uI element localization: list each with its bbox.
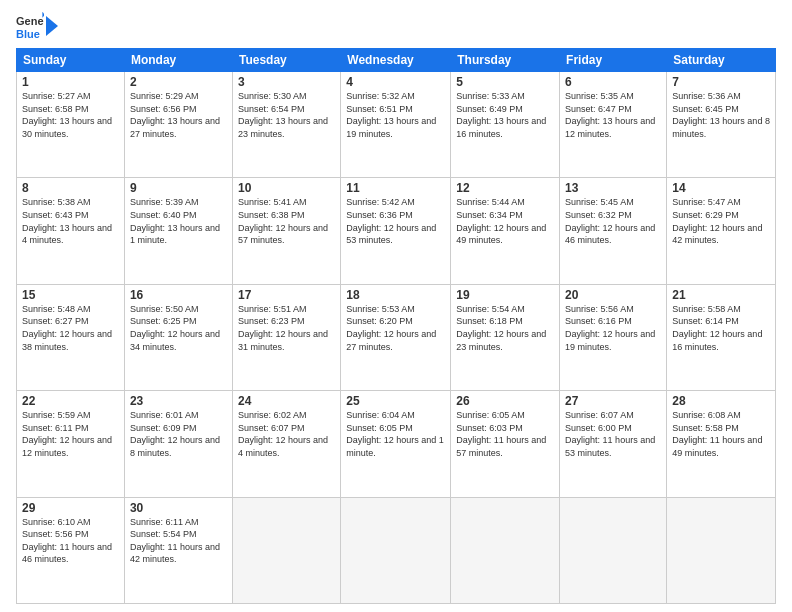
day-info: Sunrise: 5:51 AM Sunset: 6:23 PM Dayligh… (238, 303, 335, 353)
day-number: 3 (238, 75, 335, 89)
cell-w1-d2: 3 Sunrise: 5:30 AM Sunset: 6:54 PM Dayli… (232, 72, 340, 178)
day-number: 4 (346, 75, 445, 89)
day-number: 11 (346, 181, 445, 195)
col-header-sunday: Sunday (17, 49, 125, 72)
week-row-4: 22 Sunrise: 5:59 AM Sunset: 6:11 PM Dayl… (17, 391, 776, 497)
day-number: 23 (130, 394, 227, 408)
day-number: 17 (238, 288, 335, 302)
day-number: 13 (565, 181, 661, 195)
cell-w5-d6 (667, 497, 776, 603)
cell-w4-d6: 28 Sunrise: 6:08 AM Sunset: 5:58 PM Dayl… (667, 391, 776, 497)
col-header-tuesday: Tuesday (232, 49, 340, 72)
day-info: Sunrise: 5:54 AM Sunset: 6:18 PM Dayligh… (456, 303, 554, 353)
svg-text:Blue: Blue (16, 28, 40, 40)
day-number: 26 (456, 394, 554, 408)
day-info: Sunrise: 5:33 AM Sunset: 6:49 PM Dayligh… (456, 90, 554, 140)
day-number: 5 (456, 75, 554, 89)
cell-w5-d5 (560, 497, 667, 603)
cell-w5-d2 (232, 497, 340, 603)
day-number: 7 (672, 75, 770, 89)
day-info: Sunrise: 6:04 AM Sunset: 6:05 PM Dayligh… (346, 409, 445, 459)
cell-w5-d1: 30 Sunrise: 6:11 AM Sunset: 5:54 PM Dayl… (124, 497, 232, 603)
cell-w4-d1: 23 Sunrise: 6:01 AM Sunset: 6:09 PM Dayl… (124, 391, 232, 497)
day-info: Sunrise: 6:10 AM Sunset: 5:56 PM Dayligh… (22, 516, 119, 566)
day-number: 1 (22, 75, 119, 89)
day-number: 10 (238, 181, 335, 195)
cell-w2-d3: 11 Sunrise: 5:42 AM Sunset: 6:36 PM Dayl… (341, 178, 451, 284)
day-info: Sunrise: 5:45 AM Sunset: 6:32 PM Dayligh… (565, 196, 661, 246)
day-info: Sunrise: 5:56 AM Sunset: 6:16 PM Dayligh… (565, 303, 661, 353)
week-row-5: 29 Sunrise: 6:10 AM Sunset: 5:56 PM Dayl… (17, 497, 776, 603)
svg-marker-4 (46, 16, 58, 36)
logo-svg: General Blue (16, 12, 44, 40)
day-info: Sunrise: 5:47 AM Sunset: 6:29 PM Dayligh… (672, 196, 770, 246)
cell-w4-d0: 22 Sunrise: 5:59 AM Sunset: 6:11 PM Dayl… (17, 391, 125, 497)
day-number: 27 (565, 394, 661, 408)
cell-w3-d6: 21 Sunrise: 5:58 AM Sunset: 6:14 PM Dayl… (667, 284, 776, 390)
cell-w3-d5: 20 Sunrise: 5:56 AM Sunset: 6:16 PM Dayl… (560, 284, 667, 390)
day-number: 20 (565, 288, 661, 302)
logo: General Blue (16, 12, 60, 40)
cell-w4-d3: 25 Sunrise: 6:04 AM Sunset: 6:05 PM Dayl… (341, 391, 451, 497)
day-info: Sunrise: 5:58 AM Sunset: 6:14 PM Dayligh… (672, 303, 770, 353)
day-info: Sunrise: 5:41 AM Sunset: 6:38 PM Dayligh… (238, 196, 335, 246)
day-number: 21 (672, 288, 770, 302)
cell-w5-d0: 29 Sunrise: 6:10 AM Sunset: 5:56 PM Dayl… (17, 497, 125, 603)
calendar: SundayMondayTuesdayWednesdayThursdayFrid… (16, 48, 776, 604)
cell-w3-d1: 16 Sunrise: 5:50 AM Sunset: 6:25 PM Dayl… (124, 284, 232, 390)
cell-w5-d4 (451, 497, 560, 603)
day-info: Sunrise: 5:38 AM Sunset: 6:43 PM Dayligh… (22, 196, 119, 246)
col-header-thursday: Thursday (451, 49, 560, 72)
day-info: Sunrise: 6:11 AM Sunset: 5:54 PM Dayligh… (130, 516, 227, 566)
cell-w2-d2: 10 Sunrise: 5:41 AM Sunset: 6:38 PM Dayl… (232, 178, 340, 284)
day-info: Sunrise: 6:08 AM Sunset: 5:58 PM Dayligh… (672, 409, 770, 459)
cell-w3-d2: 17 Sunrise: 5:51 AM Sunset: 6:23 PM Dayl… (232, 284, 340, 390)
cell-w2-d1: 9 Sunrise: 5:39 AM Sunset: 6:40 PM Dayli… (124, 178, 232, 284)
cell-w4-d4: 26 Sunrise: 6:05 AM Sunset: 6:03 PM Dayl… (451, 391, 560, 497)
week-row-1: 1 Sunrise: 5:27 AM Sunset: 6:58 PM Dayli… (17, 72, 776, 178)
cell-w2-d6: 14 Sunrise: 5:47 AM Sunset: 6:29 PM Dayl… (667, 178, 776, 284)
logo-arrow (46, 12, 60, 40)
cell-w2-d5: 13 Sunrise: 5:45 AM Sunset: 6:32 PM Dayl… (560, 178, 667, 284)
day-number: 14 (672, 181, 770, 195)
cell-w2-d4: 12 Sunrise: 5:44 AM Sunset: 6:34 PM Dayl… (451, 178, 560, 284)
cell-w4-d5: 27 Sunrise: 6:07 AM Sunset: 6:00 PM Dayl… (560, 391, 667, 497)
day-number: 30 (130, 501, 227, 515)
calendar-body: 1 Sunrise: 5:27 AM Sunset: 6:58 PM Dayli… (17, 72, 776, 604)
day-number: 15 (22, 288, 119, 302)
page: General Blue SundayMondayTuesdayWednesda… (0, 0, 792, 612)
day-info: Sunrise: 5:27 AM Sunset: 6:58 PM Dayligh… (22, 90, 119, 140)
day-number: 8 (22, 181, 119, 195)
day-info: Sunrise: 6:07 AM Sunset: 6:00 PM Dayligh… (565, 409, 661, 459)
day-info: Sunrise: 5:35 AM Sunset: 6:47 PM Dayligh… (565, 90, 661, 140)
day-info: Sunrise: 5:53 AM Sunset: 6:20 PM Dayligh… (346, 303, 445, 353)
cell-w1-d1: 2 Sunrise: 5:29 AM Sunset: 6:56 PM Dayli… (124, 72, 232, 178)
day-info: Sunrise: 5:44 AM Sunset: 6:34 PM Dayligh… (456, 196, 554, 246)
day-info: Sunrise: 5:39 AM Sunset: 6:40 PM Dayligh… (130, 196, 227, 246)
svg-text:General: General (16, 15, 44, 27)
cell-w3-d4: 19 Sunrise: 5:54 AM Sunset: 6:18 PM Dayl… (451, 284, 560, 390)
cell-w1-d3: 4 Sunrise: 5:32 AM Sunset: 6:51 PM Dayli… (341, 72, 451, 178)
day-info: Sunrise: 5:59 AM Sunset: 6:11 PM Dayligh… (22, 409, 119, 459)
cell-w4-d2: 24 Sunrise: 6:02 AM Sunset: 6:07 PM Dayl… (232, 391, 340, 497)
day-number: 2 (130, 75, 227, 89)
cell-w1-d6: 7 Sunrise: 5:36 AM Sunset: 6:45 PM Dayli… (667, 72, 776, 178)
cell-w3-d3: 18 Sunrise: 5:53 AM Sunset: 6:20 PM Dayl… (341, 284, 451, 390)
day-info: Sunrise: 5:36 AM Sunset: 6:45 PM Dayligh… (672, 90, 770, 140)
day-number: 22 (22, 394, 119, 408)
day-number: 6 (565, 75, 661, 89)
cell-w2-d0: 8 Sunrise: 5:38 AM Sunset: 6:43 PM Dayli… (17, 178, 125, 284)
day-info: Sunrise: 5:42 AM Sunset: 6:36 PM Dayligh… (346, 196, 445, 246)
day-info: Sunrise: 5:32 AM Sunset: 6:51 PM Dayligh… (346, 90, 445, 140)
header: General Blue (16, 12, 776, 40)
day-number: 19 (456, 288, 554, 302)
day-number: 12 (456, 181, 554, 195)
day-number: 18 (346, 288, 445, 302)
cell-w3-d0: 15 Sunrise: 5:48 AM Sunset: 6:27 PM Dayl… (17, 284, 125, 390)
day-number: 29 (22, 501, 119, 515)
day-info: Sunrise: 6:05 AM Sunset: 6:03 PM Dayligh… (456, 409, 554, 459)
day-info: Sunrise: 5:30 AM Sunset: 6:54 PM Dayligh… (238, 90, 335, 140)
cell-w1-d0: 1 Sunrise: 5:27 AM Sunset: 6:58 PM Dayli… (17, 72, 125, 178)
week-row-2: 8 Sunrise: 5:38 AM Sunset: 6:43 PM Dayli… (17, 178, 776, 284)
day-info: Sunrise: 5:50 AM Sunset: 6:25 PM Dayligh… (130, 303, 227, 353)
